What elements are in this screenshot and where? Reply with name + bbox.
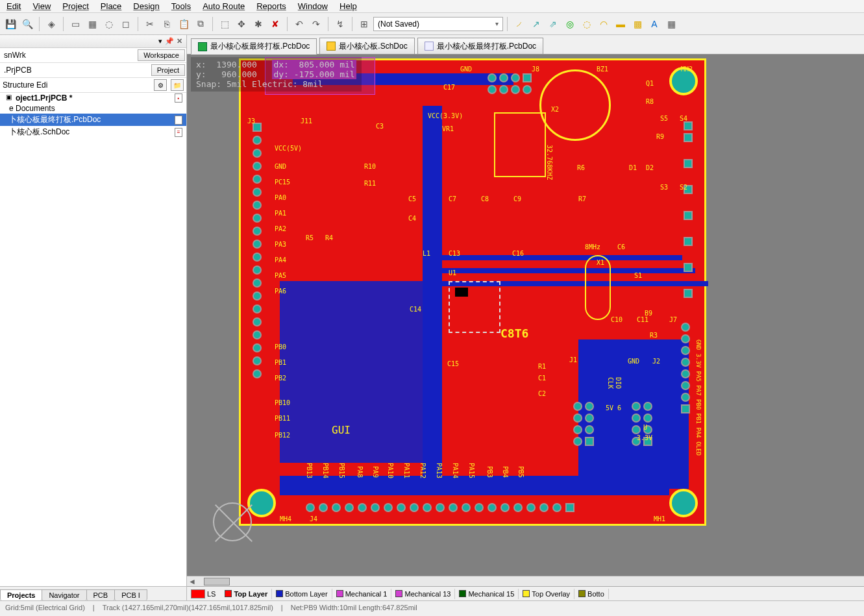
tree-doc-pcb[interactable]: 卜核心板最终打板.PcbDoc ▪ [0, 114, 186, 126]
menu-reports[interactable]: Reports [256, 1, 286, 11]
silk: PA2 [275, 225, 286, 232]
silk: BZ1 [597, 66, 608, 73]
move-icon[interactable]: ✥ [234, 16, 249, 32]
pcb-icon [425, 42, 434, 51]
undo-icon[interactable]: ↶ [291, 16, 307, 32]
pin-icon[interactable]: 📌 [165, 37, 174, 45]
silk: D1 [629, 164, 637, 171]
select-inside-icon[interactable]: ◌ [101, 16, 117, 32]
break-icon[interactable]: ✱ [251, 16, 266, 32]
silk: S1 [634, 272, 642, 279]
silk: C1 [538, 375, 546, 382]
project-tree[interactable]: ▣ oject1.PrjPCB * ▪ e Documents 卜核心板最终打板… [0, 93, 186, 586]
silk: PB13 [306, 463, 313, 478]
active-layer-swatch[interactable] [191, 589, 205, 598]
select-touch-icon[interactable]: ▦ [84, 16, 100, 32]
tree-folder-docs[interactable]: e Documents [0, 103, 186, 114]
doc-tab-sch[interactable]: 最小核心板.SchDoc [319, 38, 414, 54]
tab-pcbi[interactable]: PCB I [114, 589, 147, 600]
tree-doc-sch[interactable]: 卜核心板.SchDoc ≡ [0, 126, 186, 138]
string-icon[interactable]: A [647, 16, 662, 32]
tab-pcb[interactable]: PCB [86, 589, 116, 600]
tree-project-root[interactable]: ▣ oject1.PrjPCB * ▪ [0, 93, 186, 103]
menu-design[interactable]: Design [133, 1, 159, 11]
menu-bar: Edit View Project Place Design Tools Aut… [0, 0, 864, 13]
workspace-field[interactable] [0, 49, 136, 62]
redo-icon[interactable]: ↷ [308, 16, 324, 32]
menu-project[interactable]: Project [62, 1, 88, 11]
scroll-left-icon[interactable]: ◄ [187, 577, 197, 586]
panel-tabs: Projects Navigator PCB PCB I [0, 586, 186, 600]
silk: C3 [376, 123, 384, 130]
silk: Q1 [646, 80, 654, 87]
silk: S2 [680, 184, 687, 191]
menu-place[interactable]: Place [101, 1, 122, 11]
pad-icon[interactable]: ◌ [579, 16, 595, 32]
project-icon: ▣ [4, 93, 13, 103]
menu-window[interactable]: Window [298, 1, 328, 11]
polygon-icon[interactable]: ▩ [630, 16, 645, 32]
route-icon[interactable]: ⟋ [512, 16, 527, 32]
silk: 8MHz [585, 243, 600, 251]
close-icon[interactable]: ✕ [177, 37, 182, 45]
tab-projects[interactable]: Projects [0, 589, 42, 600]
array-icon[interactable]: ▦ [663, 16, 679, 32]
toolbar: 💾 🔍 ◈ ▭ ▦ ◌ ◻ ✂ ⎘ 📋 ⧉ ⬚ ✥ ✱ ✘ ↶ ↷ ↯ ⊞ (N… [0, 13, 864, 35]
layer-tab-top[interactable]: Top Layer [221, 589, 272, 599]
doc-tab-pcb-final-2[interactable]: 最小核心板最终打板.PcbDoc [417, 38, 543, 54]
route-multi-icon[interactable]: ⇗ [545, 16, 561, 32]
delete-icon[interactable]: ✘ [267, 16, 283, 32]
tab-navigator[interactable]: Navigator [42, 589, 86, 600]
paste-special-icon[interactable]: ⧉ [193, 16, 208, 32]
pcb-canvas[interactable]: x: 1390.000 dx: 805.000 mil y: 960.000 d… [187, 55, 864, 576]
select-rect-icon[interactable]: ▭ [68, 16, 83, 32]
options-icon[interactable]: 📁 [171, 79, 184, 91]
menu-tools[interactable]: Tools [171, 1, 191, 11]
layer-tab-mech1[interactable]: Mechanical 1 [332, 589, 392, 599]
workspace-button[interactable]: Workspace [138, 49, 185, 61]
cross-probe-icon[interactable]: ↯ [332, 16, 348, 32]
schematic-icon[interactable]: ⊞ [356, 16, 372, 32]
menu-edit[interactable]: Edit [6, 1, 21, 11]
ls-label: LS [207, 590, 216, 598]
layers-icon[interactable]: ◈ [43, 16, 59, 32]
project-button[interactable]: Project [151, 64, 185, 76]
structure-label: Structure Edi [3, 80, 47, 90]
paste-icon[interactable]: 📋 [176, 16, 191, 32]
deselect-icon[interactable]: ◻ [118, 16, 134, 32]
cut-icon[interactable]: ✂ [142, 16, 158, 32]
silk: R3 [650, 332, 658, 339]
layer-tab-mech15[interactable]: Mechanical 15 [455, 589, 519, 599]
scroll-thumb[interactable] [204, 578, 230, 585]
pcb-board[interactable]: GND J8 BZ1 MH2 C17 Q1 R8 S4 S5 R9 J3 J11… [239, 58, 706, 526]
silk: PA0 [275, 194, 286, 201]
layer-tab-bottom[interactable]: Bottom Layer [272, 589, 332, 599]
save-icon[interactable]: 💾 [3, 16, 18, 32]
silk: PA4 [275, 256, 286, 264]
menu-view[interactable]: View [32, 1, 51, 11]
layer-tab-botto[interactable]: Botto [574, 589, 609, 599]
menu-help[interactable]: Help [339, 1, 357, 11]
copy-icon[interactable]: ⎘ [159, 16, 175, 32]
panel-dropdown-icon[interactable]: ▾ [158, 37, 162, 45]
doc-tab-pcb-final[interactable]: 最小核心板最终打板.PcbDoc [191, 38, 317, 55]
zoom-fit-icon[interactable]: 🔍 [19, 16, 35, 32]
via-icon[interactable]: ◎ [562, 16, 578, 32]
menu-autoroute[interactable]: Auto Route [203, 1, 245, 11]
horizontal-scrollbar[interactable]: ◄ [187, 576, 864, 586]
layer-tab-overlay[interactable]: Top Overlay [519, 589, 574, 599]
silk: GND [628, 358, 639, 365]
layer-tab-mech13[interactable]: Mechanical 13 [391, 589, 455, 599]
silk: J3 [247, 117, 255, 125]
fill-icon[interactable]: ▬ [613, 16, 628, 32]
move-sel-icon[interactable]: ⬚ [217, 16, 232, 32]
project-field[interactable] [0, 64, 150, 77]
compile-icon[interactable]: ⚙ [154, 79, 167, 91]
route-diff-icon[interactable]: ↗ [528, 16, 544, 32]
room-combo[interactable]: (Not Saved) [373, 17, 503, 31]
silk: J1 [569, 356, 577, 363]
silk: X2 [551, 106, 559, 113]
arc-icon[interactable]: ◠ [596, 16, 611, 32]
silk: U1 [449, 269, 456, 277]
bottom-header-j4 [306, 503, 574, 512]
